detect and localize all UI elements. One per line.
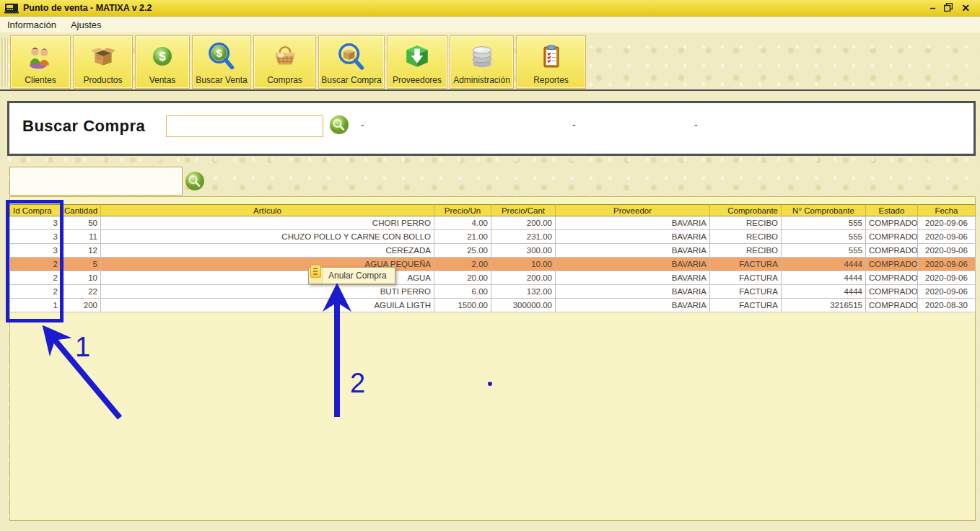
table-body: 350CHORI PERRO4.00200.00BAVARIARECIBO555… <box>9 216 976 312</box>
toolbar-button-compras[interactable]: Compras <box>253 35 316 89</box>
table-cell: 5 <box>61 258 101 271</box>
table-cell: 300.00 <box>491 244 556 258</box>
table-cell: COMPRADO <box>866 271 918 285</box>
column-header[interactable]: Id Compra <box>9 204 61 216</box>
column-header[interactable]: Comprobante <box>710 204 782 216</box>
toolbar-button-productos[interactable]: Productos <box>73 35 133 89</box>
table-cell: BAVARIA <box>556 299 710 312</box>
table-cell: 231.00 <box>491 230 556 244</box>
table-row[interactable]: 350CHORI PERRO4.00200.00BAVARIARECIBO555… <box>9 216 976 230</box>
table-cell: 2020-09-06 <box>918 216 976 230</box>
column-header[interactable]: Estado <box>866 204 918 216</box>
table-cell: 21.00 <box>434 230 491 244</box>
table-cell: BAVARIA <box>556 230 710 244</box>
toolbar-button-label: Buscar Compra <box>321 75 381 85</box>
table-cell: FACTURA <box>710 271 782 285</box>
svg-text:$: $ <box>159 50 166 63</box>
table-cell: BAVARIA <box>556 216 710 230</box>
toolbar-divider <box>0 89 980 91</box>
restore-button[interactable] <box>944 3 953 13</box>
toolbar-button-label: Ventas <box>149 75 176 85</box>
toolbar-button-clientes[interactable]: Clientes <box>10 35 71 89</box>
purchases-table: Id CompraCantidadArtículoPrecio/UnPrecio… <box>9 204 976 312</box>
table-cell: CHORI PERRO <box>101 216 434 230</box>
table-cell: 1500.00 <box>434 299 491 312</box>
table-row[interactable]: 1200AGUILA LIGTH1500.00300000.00BAVARIAF… <box>9 299 976 312</box>
table-row[interactable]: 25AGUA PEQUEÑA2.0010.00BAVARIAFACTURA444… <box>9 258 976 271</box>
table-cell: BAVARIA <box>556 285 710 299</box>
table-cell: COMPRADO <box>866 285 918 299</box>
products-box-icon <box>89 39 118 75</box>
table-cell: 200.00 <box>491 216 556 230</box>
table-cell: BUTI PERRO <box>101 285 434 299</box>
search-icon <box>328 115 350 136</box>
table-cell: 300000.00 <box>491 299 556 312</box>
quick-filter-input[interactable] <box>9 167 183 196</box>
search-sale-icon: $ <box>207 39 236 75</box>
minimize-button[interactable]: – <box>929 3 935 13</box>
sales-dollar-icon: $ <box>149 39 175 75</box>
table-cell: 12 <box>61 244 101 258</box>
table-cell: 2.00 <box>434 258 491 271</box>
table-cell: 4444 <box>782 258 866 271</box>
purchase-search-input[interactable] <box>166 115 323 137</box>
table-cell: 2020-09-06 <box>918 271 976 285</box>
table-cell: 22 <box>61 285 101 299</box>
toolbar-button-administracion[interactable]: Administración <box>450 35 514 89</box>
table-row[interactable]: 312CEREZADA25.00300.00BAVARIARECIBO555CO… <box>9 244 976 258</box>
table-cell: RECIBO <box>710 230 782 244</box>
table-cell: 4444 <box>782 271 866 285</box>
column-header[interactable]: N° Comprobante <box>782 204 866 216</box>
column-header[interactable]: Fecha <box>918 204 976 216</box>
table-cell: 6.00 <box>434 285 491 299</box>
table-cell: 10.00 <box>491 258 556 271</box>
toolbar-button-proveedores[interactable]: Proveedores <box>387 35 447 89</box>
close-button[interactable]: ✕ <box>961 3 970 13</box>
context-menu: Anular Compra <box>308 267 395 284</box>
context-menu-icon-strip <box>309 268 323 284</box>
table-cell: 20.00 <box>434 271 491 285</box>
table-cell: 3 <box>9 216 61 230</box>
column-header[interactable]: Precio/Cant <box>491 204 556 216</box>
quick-filter-search-button[interactable] <box>184 171 206 193</box>
table-row[interactable]: 222BUTI PERRO6.00132.00BAVARIAFACTURA444… <box>9 285 976 299</box>
toolbar-button-buscar-compra[interactable]: Buscar Compra <box>318 35 385 89</box>
table-cell: BAVARIA <box>556 244 710 258</box>
reports-clipboard-icon <box>538 39 564 75</box>
table-cell: 2020-08-30 <box>918 299 976 312</box>
menu-ajustes[interactable]: Ajustes <box>64 18 109 32</box>
context-menu-item-anular-compra[interactable]: Anular Compra <box>323 271 387 281</box>
column-header[interactable]: Cantidad <box>61 204 101 216</box>
table-row[interactable]: 210AGUA20.00200.00BAVARIAFACTURA4444COMP… <box>9 271 976 285</box>
toolbar: Clientes Productos $ <box>10 35 588 89</box>
toolbar-button-ventas[interactable]: $ Ventas <box>135 35 190 89</box>
toolbar-grip <box>1 38 8 87</box>
menu-informacion[interactable]: Información <box>0 18 64 32</box>
table-cell: 10 <box>61 271 101 285</box>
result-separator: - <box>694 119 698 131</box>
table-cell: 2020-09-06 <box>918 244 976 258</box>
column-header[interactable]: Proveedor <box>556 204 710 216</box>
table-cell: COMPRADO <box>866 299 918 312</box>
svg-text:$: $ <box>216 48 222 59</box>
title-bar: Punto de venta - MATIXA v 2.2 – ✕ <box>0 0 980 17</box>
column-header[interactable]: Artículo <box>101 204 434 216</box>
table-cell: BAVARIA <box>556 271 710 285</box>
table-cell: 200 <box>61 299 101 312</box>
app-window: Punto de venta - MATIXA v 2.2 – ✕ Inform… <box>0 0 980 531</box>
menu-bar: Información Ajustes <box>0 17 980 32</box>
toolbar-button-label: Administración <box>453 75 510 85</box>
table-cell: 3216515 <box>782 299 866 312</box>
table-row[interactable]: 311CHUZO POLLO Y CARNE CON BOLLO21.00231… <box>9 230 976 244</box>
search-button[interactable] <box>328 115 350 136</box>
toolbar-button-buscar-venta[interactable]: $ Buscar Venta <box>192 35 251 89</box>
table-cell: COMPRADO <box>866 244 918 258</box>
table-cell: RECIBO <box>710 216 782 230</box>
column-header[interactable]: Precio/Un <box>434 204 491 216</box>
table-cell: RECIBO <box>710 244 782 258</box>
purchases-basket-icon <box>270 39 300 75</box>
table-cell: BAVARIA <box>556 258 710 271</box>
table-cell: AGUILA LIGTH <box>101 299 434 312</box>
toolbar-button-reportes[interactable]: Reportes <box>516 35 586 89</box>
table-cell: 3 <box>9 230 61 244</box>
